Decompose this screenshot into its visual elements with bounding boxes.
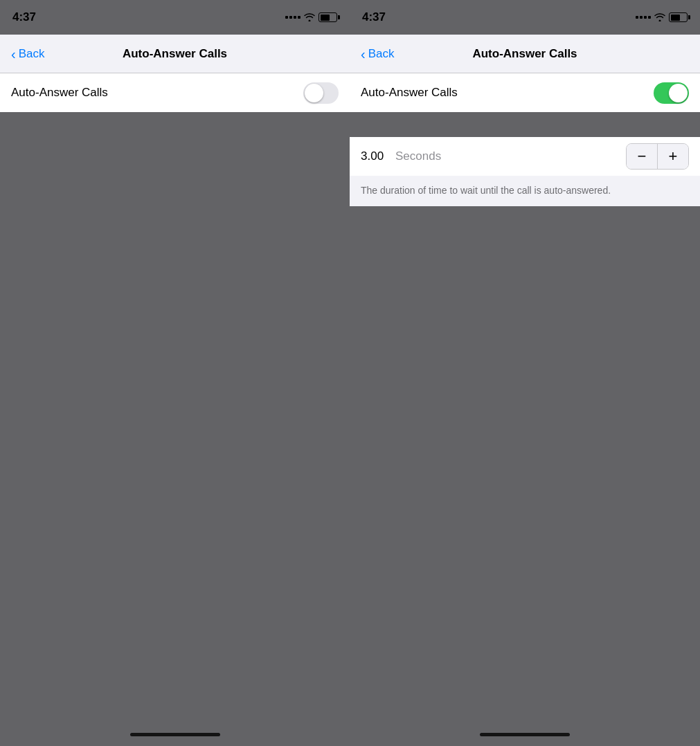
right-decrement-button[interactable]: − [627,144,657,169]
right-status-icons [636,12,688,22]
right-fill-area [350,206,700,722]
right-stepper-row: 3.00 Seconds − + [350,137,700,176]
left-signal-dots [285,16,300,19]
left-wifi-icon [304,13,315,21]
right-auto-answer-label: Auto-Answer Calls [361,86,654,100]
left-phone-panel: 4:37 ‹ Back Auto-An [0,0,350,746]
left-toggle-off[interactable] [303,82,339,104]
right-description-text: The duration of time to wait until the c… [361,184,689,198]
right-back-label: Back [368,47,395,61]
right-home-indicator [350,722,700,746]
right-toggle-on[interactable] [654,82,689,104]
left-status-time: 4:37 [12,10,36,24]
right-phone-panel: 4:37 ‹ Back Auto-Answer Calls [350,0,700,746]
right-stepper-controls: − + [626,143,689,170]
left-back-chevron-icon: ‹ [11,47,16,61]
right-home-bar [480,733,570,736]
left-battery-icon [318,12,337,22]
left-status-bar: 4:37 [0,0,350,35]
right-increment-button[interactable]: + [658,144,688,169]
left-settings-row: Auto-Answer Calls [0,73,350,112]
right-nav-bar: ‹ Back Auto-Answer Calls [350,35,700,73]
left-fill-area [0,112,350,722]
left-auto-answer-label: Auto-Answer Calls [11,86,303,100]
left-status-icons [285,12,337,22]
left-home-indicator [0,722,350,746]
right-settings-row: Auto-Answer Calls [350,73,700,112]
right-divider-bar [350,112,700,137]
left-nav-title: Auto-Answer Calls [123,47,227,61]
right-nav-title: Auto-Answer Calls [472,47,577,61]
right-stepper-unit: Seconds [395,149,626,163]
right-status-time: 4:37 [362,10,386,24]
right-back-button[interactable]: ‹ Back [361,47,394,61]
left-back-label: Back [19,47,45,61]
left-nav-bar: ‹ Back Auto-Answer Calls [0,35,350,73]
left-toggle-knob [305,84,323,102]
left-back-button[interactable]: ‹ Back [11,47,44,61]
right-battery-icon [669,12,688,22]
right-wifi-icon [654,13,665,21]
right-back-chevron-icon: ‹ [361,47,366,61]
left-home-bar [130,733,220,736]
right-signal-dots [636,16,651,19]
right-status-bar: 4:37 [350,0,700,35]
right-stepper-value: 3.00 [361,149,395,163]
right-description-area: The duration of time to wait until the c… [350,176,700,206]
right-toggle-knob [669,84,688,102]
